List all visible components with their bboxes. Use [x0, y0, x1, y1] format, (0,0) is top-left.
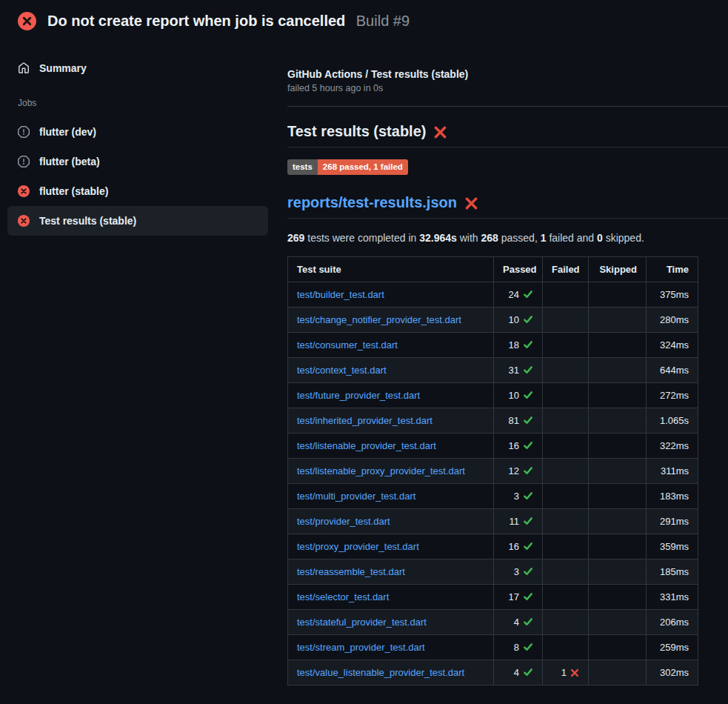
test-suite-link[interactable]: test/listenable_provider_test.dart: [297, 440, 436, 451]
failed-status-icon: [18, 12, 36, 30]
failed-icon: [18, 185, 30, 197]
table-row: test/stream_provider_test.dart 8 259ms: [288, 635, 698, 660]
column-header-test-suite: Test suite: [288, 257, 494, 282]
table-row: test/listenable_proxy_provider_test.dart…: [288, 459, 698, 484]
jobs-list: flutter (dev) flutter (beta) flutter (st…: [7, 117, 268, 236]
table-row: test/change_notifier_provider_test.dart …: [288, 308, 698, 333]
passed-count: 18: [509, 339, 519, 351]
check-icon: [523, 516, 533, 526]
check-icon: [523, 415, 533, 425]
sidebar-item-label: flutter (dev): [39, 126, 96, 138]
table-row: test/multi_provider_test.dart 3 183ms: [288, 484, 698, 509]
time-value: 311ms: [647, 459, 698, 484]
test-suite-link[interactable]: test/provider_test.dart: [297, 516, 390, 527]
passed-count: 3: [514, 566, 519, 577]
page-header: Do not create report when job is cancell…: [0, 0, 728, 36]
check-icon: [523, 289, 533, 299]
table-row: test/context_test.dart 31 644ms: [288, 358, 698, 383]
test-suite-link[interactable]: test/stateful_provider_test.dart: [297, 617, 427, 628]
column-header-skipped: Skipped: [589, 257, 647, 282]
test-suite-link[interactable]: test/listenable_proxy_provider_test.dart: [297, 465, 465, 476]
test-suite-link[interactable]: test/change_notifier_provider_test.dart: [297, 314, 461, 325]
sidebar-item-label: Summary: [39, 62, 87, 74]
column-header-time: Time: [647, 257, 698, 282]
passed-count: 12: [509, 465, 519, 476]
failed-cross-icon: [433, 125, 447, 139]
cross-icon: [570, 668, 579, 677]
time-value: 644ms: [647, 358, 698, 383]
time-value: 375ms: [647, 282, 698, 308]
passed-count: 8: [514, 642, 519, 653]
table-row: test/selector_test.dart 17 331ms: [288, 585, 698, 610]
divider: [287, 106, 728, 107]
table-row: test/builder_test.dart 24 375ms: [288, 282, 698, 308]
time-value: 331ms: [647, 585, 698, 610]
badge-value: 268 passed, 1 failed: [318, 159, 408, 175]
test-suite-link[interactable]: test/value_listenable_provider_test.dart: [297, 667, 464, 678]
table-row: test/inherited_provider_test.dart 81 1.0…: [288, 408, 698, 434]
table-row: test/value_listenable_provider_test.dart…: [288, 660, 698, 685]
home-icon: [18, 62, 30, 74]
check-icon: [523, 440, 533, 451]
table-row: test/reassemble_test.dart 3 185ms: [288, 559, 698, 585]
tests-badge: tests 268 passed, 1 failed: [287, 159, 408, 175]
report-file-link[interactable]: reports/test-results.json: [287, 194, 457, 211]
summary-sentence: 269 tests were completed in 32.964s with…: [287, 232, 728, 244]
passed-count: 10: [509, 314, 519, 325]
check-icon: [523, 314, 533, 325]
time-value: 324ms: [647, 333, 698, 358]
passed-count: 11: [510, 516, 520, 527]
table-row: test/proxy_provider_test.dart 16 359ms: [288, 534, 698, 559]
time-value: 185ms: [647, 559, 698, 585]
time-value: 291ms: [647, 509, 698, 534]
sidebar-item-flutter-beta[interactable]: flutter (beta): [7, 147, 268, 176]
passed-count: 17: [509, 591, 519, 602]
test-suite-link[interactable]: test/multi_provider_test.dart: [297, 491, 415, 502]
test-suite-link[interactable]: test/stream_provider_test.dart: [297, 642, 425, 653]
sidebar-item-flutter-dev[interactable]: flutter (dev): [7, 117, 268, 147]
time-value: 206ms: [647, 610, 698, 635]
sidebar-item-summary[interactable]: Summary: [7, 58, 268, 79]
check-icon: [523, 566, 533, 577]
test-suite-link[interactable]: test/builder_test.dart: [297, 289, 384, 300]
test-suite-link[interactable]: test/reassemble_test.dart: [297, 566, 405, 577]
check-icon: [523, 591, 533, 602]
sidebar-item-flutter-stable[interactable]: flutter (stable): [7, 176, 268, 206]
table-row: test/stateful_provider_test.dart 4 206ms: [288, 610, 698, 635]
main-content: GitHub Actions / Test results (stable) f…: [277, 36, 728, 685]
build-number: Build #9: [356, 13, 410, 29]
check-icon: [523, 339, 533, 350]
table-row: test/listenable_provider_test.dart 16 32…: [288, 434, 698, 459]
check-icon: [523, 390, 533, 400]
time-value: 272ms: [647, 383, 698, 408]
test-suite-link[interactable]: test/selector_test.dart: [297, 591, 389, 602]
check-icon: [523, 465, 533, 476]
sidebar-item-label: Test results (stable): [39, 215, 136, 227]
report-heading: reports/test-results.json: [287, 194, 728, 219]
section-heading-text: Test results (stable): [287, 123, 426, 140]
passed-count: 24: [509, 289, 519, 300]
time-value: 322ms: [647, 434, 698, 459]
sidebar-item-test-results-stable[interactable]: Test results (stable): [7, 206, 268, 236]
time-value: 1.065s: [647, 408, 698, 434]
test-suite-link[interactable]: test/context_test.dart: [297, 365, 387, 376]
test-suite-link[interactable]: test/future_provider_test.dart: [297, 390, 420, 401]
cancelled-icon: [18, 126, 30, 138]
test-suite-link[interactable]: test/inherited_provider_test.dart: [297, 415, 433, 426]
check-icon: [523, 667, 533, 677]
check-icon: [523, 642, 533, 652]
table-row: test/future_provider_test.dart 10 272ms: [288, 383, 698, 408]
table-row: test/provider_test.dart 11 291ms: [288, 509, 698, 534]
time-value: 359ms: [647, 534, 698, 559]
check-icon: [523, 617, 533, 627]
test-suite-link[interactable]: test/proxy_provider_test.dart: [297, 541, 419, 552]
table-body: test/builder_test.dart 24 375ms test/cha…: [288, 282, 698, 685]
passed-count: 4: [514, 617, 519, 628]
failed-cross-icon: [464, 196, 478, 210]
passed-count: 4: [514, 667, 519, 678]
cancelled-icon: [18, 156, 30, 167]
time-value: 183ms: [647, 484, 698, 509]
test-suite-link[interactable]: test/consumer_test.dart: [297, 339, 398, 351]
passed-count: 10: [509, 390, 519, 401]
time-value: 259ms: [647, 635, 698, 660]
